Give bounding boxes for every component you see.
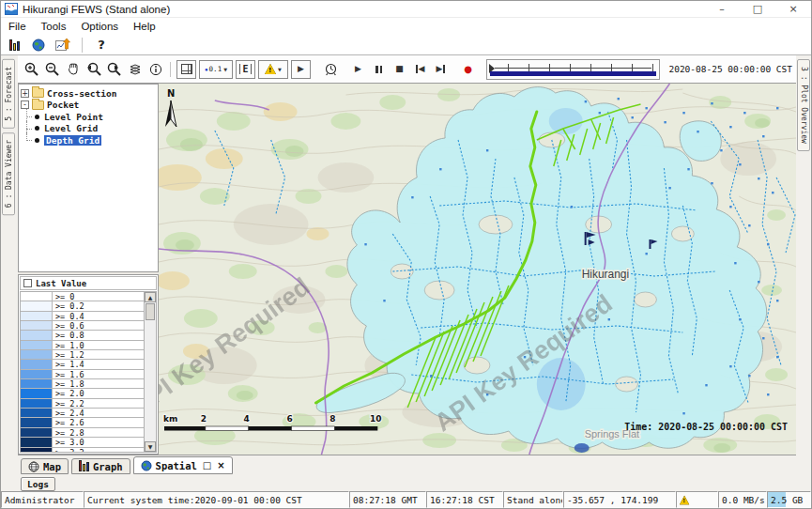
svg-text:10: 10	[370, 414, 381, 424]
spatial-display-button[interactable]	[54, 37, 72, 54]
time-span-bar[interactable]	[490, 71, 656, 76]
time-slider[interactable]	[486, 59, 660, 80]
svg-text:8: 8	[329, 414, 335, 424]
legend-scrollbar[interactable]: ▲ ▼	[144, 292, 156, 452]
layers-icon	[128, 63, 143, 76]
scroll-up-icon[interactable]: ▲	[145, 292, 156, 302]
contour-button[interactable]: E	[236, 60, 255, 79]
tree-item-label: Level Grid	[44, 123, 98, 133]
timer-button[interactable]	[321, 58, 341, 81]
menu-file[interactable]: File	[1, 21, 34, 32]
last-value-checkbox[interactable]	[23, 279, 32, 287]
menu-help[interactable]: Help	[126, 21, 163, 32]
logs-button[interactable]: Logs	[21, 477, 55, 491]
tree-item-depth-grid[interactable]: Depth Grid	[21, 134, 156, 147]
last-value-label: Last Value	[36, 279, 86, 288]
warning-dropdown[interactable]: ! ▼	[258, 60, 288, 79]
menu-tools[interactable]: Tools	[34, 21, 74, 32]
svg-text:km: km	[163, 414, 177, 424]
skip-end-icon: ▶	[437, 65, 446, 73]
town-label: Hikurangi	[582, 268, 629, 281]
tab-plot-overview[interactable]: 3 : Plot Overview	[797, 59, 810, 151]
collapse-icon[interactable]: -	[21, 100, 29, 109]
svg-text:2: 2	[201, 414, 207, 424]
tab-close-icon[interactable]: ×	[217, 460, 224, 470]
globe-icon	[32, 39, 45, 52]
status-coordinates: -35.657 , 174.199	[563, 491, 676, 508]
tab-map[interactable]: Map	[21, 458, 69, 474]
help-button[interactable]: ?	[92, 37, 111, 54]
tree-item-cross-section[interactable]: + Cross-section	[21, 87, 156, 100]
scroll-thumb[interactable]	[146, 303, 155, 320]
legend-swatch	[21, 438, 53, 446]
threshold-dropdown[interactable]: ● 0.1 ▼	[199, 60, 233, 79]
status-download-rate: 0.0 MB/s	[718, 491, 767, 508]
legend-swatch	[21, 341, 53, 349]
tab-spatial[interactable]: Spatial □ ×	[133, 456, 233, 474]
animation-button[interactable]: ▶	[291, 60, 311, 79]
data-display-button[interactable]	[5, 37, 23, 54]
record-icon: ●	[464, 65, 472, 74]
play-button[interactable]: ▶	[348, 58, 368, 81]
info-icon	[149, 63, 162, 76]
status-warning[interactable]: !	[676, 491, 718, 508]
grid-icon	[181, 64, 192, 74]
stop-button[interactable]: ■	[390, 58, 409, 81]
stop-icon: ■	[395, 65, 404, 73]
svg-text:N: N	[167, 88, 175, 99]
map-canvas[interactable]: API Key Required API Key Required Hikura…	[159, 84, 796, 455]
info-button[interactable]	[146, 58, 165, 81]
map-toolbar: ● 0.1 ▼ E ! ▼ ▶ ▶	[18, 55, 796, 84]
status-local-time: 16:27:18 CST	[426, 491, 503, 508]
pan-hand-icon	[66, 62, 80, 76]
tab-data-viewer[interactable]: 6 : Data Viewer	[2, 132, 15, 215]
maximize-button[interactable]: □	[740, 1, 775, 17]
tab-spatial-label: Spatial	[156, 460, 197, 471]
legend-swatch	[21, 312, 53, 320]
title-bar: Hikurangi FEWS (Stand alone) – □ ×	[1, 1, 811, 18]
status-system-time: Current system time:2020-09-01 00:00 CST	[84, 491, 349, 508]
chevron-down-icon: ▼	[278, 67, 282, 72]
record-button[interactable]: ●	[458, 58, 478, 81]
scroll-down-icon[interactable]: ▼	[145, 441, 156, 452]
pan-button[interactable]	[63, 58, 83, 81]
chevron-down-icon: ▼	[223, 67, 227, 72]
threshold-value: 0.1	[209, 65, 222, 73]
legend-swatch	[21, 370, 53, 378]
legend-row: >= 1.8	[21, 379, 144, 389]
skip-to-end-button[interactable]: ▶	[431, 58, 451, 81]
tree-item-level-point[interactable]: Level Point	[21, 111, 156, 123]
zoom-in-button[interactable]	[22, 58, 41, 81]
legend-swatch	[21, 350, 53, 359]
logs-row: Logs	[18, 474, 811, 493]
legend-swatch	[21, 389, 53, 397]
tree-item-pocket[interactable]: - Pocket	[21, 100, 156, 112]
legend-swatch	[21, 428, 53, 437]
animation-icon: ▶	[298, 65, 304, 73]
zoom-previous-button[interactable]	[84, 58, 103, 81]
toolbar-separator	[82, 38, 83, 53]
right-tab-strip: 3 : Plot Overview	[796, 55, 811, 491]
zoom-out-button[interactable]	[42, 58, 62, 81]
minimize-button[interactable]: –	[704, 1, 740, 17]
layers-button[interactable]	[125, 58, 145, 81]
map-display-button[interactable]	[29, 37, 48, 54]
pause-button[interactable]	[369, 58, 389, 81]
skip-to-start-button[interactable]: ◀	[410, 58, 430, 81]
close-button[interactable]: ×	[775, 1, 811, 17]
spatial-globe-icon	[141, 460, 152, 471]
tab-forecast[interactable]: 5 : Forecast	[2, 59, 15, 129]
status-memory[interactable]: 2.5 GB	[767, 491, 811, 508]
grid-toggle-button[interactable]	[176, 60, 196, 79]
layers-tree: + Cross-section - Pocket Level Point Lev…	[18, 84, 159, 272]
svg-text:4: 4	[244, 414, 250, 424]
expand-icon[interactable]: +	[21, 89, 29, 98]
tab-graph[interactable]: Graph	[71, 458, 130, 474]
play-icon: ▶	[355, 65, 361, 73]
zoom-next-button[interactable]	[104, 58, 124, 81]
legend-swatch	[21, 360, 53, 368]
menu-options[interactable]: Options	[73, 21, 126, 32]
tree-item-level-grid[interactable]: Level Grid	[21, 123, 156, 135]
tab-maximize-icon[interactable]: □	[203, 460, 211, 470]
zoom-out-icon	[45, 62, 60, 77]
